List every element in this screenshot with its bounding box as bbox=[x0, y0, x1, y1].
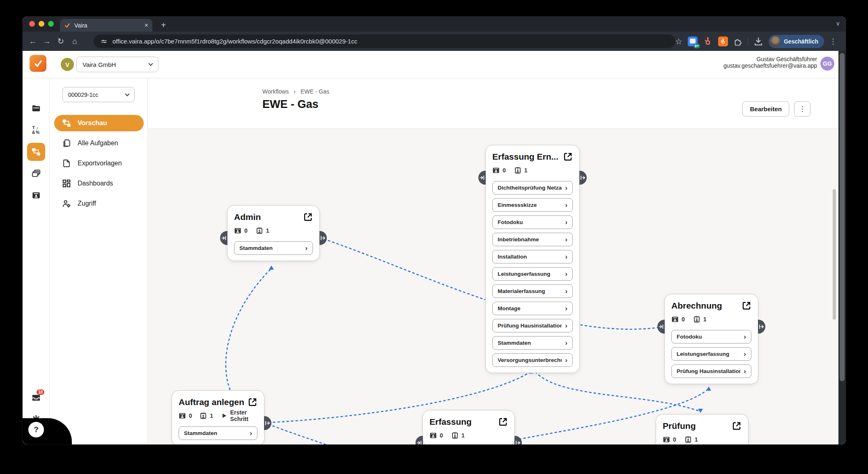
rail-item-inbox[interactable]: 10 bbox=[27, 389, 45, 407]
user-avatar[interactable]: GG bbox=[820, 57, 834, 71]
downloads-icon[interactable] bbox=[753, 37, 763, 46]
workflow-node-admin[interactable]: Admin01Stammdaten› bbox=[227, 205, 320, 261]
task-button[interactable]: Dichtheitsprüfung Netzanschl› bbox=[492, 181, 573, 195]
browser-window: Vaira × + ∨ ← → ↻ ⌂ office.vaira.app/o/c… bbox=[23, 16, 846, 444]
task-button[interactable]: Einmessskizze› bbox=[492, 198, 573, 212]
node-header: Auftrag anlegen bbox=[179, 397, 257, 407]
forward-button[interactable]: → bbox=[40, 37, 54, 46]
open-node-icon[interactable] bbox=[732, 421, 742, 431]
sidebar-item-vorschau[interactable]: Vorschau bbox=[54, 115, 144, 131]
assignee-badge-icon bbox=[200, 412, 207, 419]
open-node-icon[interactable] bbox=[498, 417, 508, 427]
workflow-node-erfassung[interactable]: Erfassung01 bbox=[423, 410, 515, 444]
maximize-window-button[interactable] bbox=[48, 21, 54, 27]
workflow-node-erfassung-erneuerung[interactable]: Erfassung Ern...01Dichtheitsprüfung Netz… bbox=[485, 145, 580, 373]
edge-auftrag-out-cut bbox=[264, 423, 354, 444]
handle-out-icon bbox=[514, 440, 521, 444]
node-title: Prüfung bbox=[663, 421, 696, 431]
rail-item-symbols[interactable] bbox=[27, 121, 45, 139]
edge-arrow-icon bbox=[706, 387, 711, 391]
task-button[interactable]: Leistungserfassung› bbox=[671, 347, 751, 361]
workflow-node-pruefung[interactable]: Prüfung01 bbox=[656, 414, 749, 444]
rail-item-folder[interactable] bbox=[27, 99, 45, 117]
open-node-icon[interactable] bbox=[742, 301, 751, 311]
task-button[interactable]: Prüfung Hausinstallation› bbox=[671, 364, 751, 378]
workflow-canvas[interactable]: Admin01Stammdaten›Erfassung Ern...01Dich… bbox=[148, 129, 838, 444]
icon-rail: 10 bbox=[23, 78, 50, 444]
browser-menu-kebab-icon[interactable]: ⋮ bbox=[829, 37, 837, 46]
close-tab-icon[interactable]: × bbox=[145, 22, 148, 29]
browser-tab[interactable]: Vaira × bbox=[60, 19, 152, 32]
reload-button[interactable]: ↻ bbox=[54, 37, 68, 46]
edit-button[interactable]: Bearbeiten bbox=[742, 101, 789, 117]
page-title: EWE - Gas bbox=[262, 98, 319, 111]
task-button[interactable]: Versorgungsunterbrechung› bbox=[492, 353, 573, 367]
browser-profile-button[interactable]: Geschäftlich bbox=[769, 35, 824, 48]
sidebar-item-alle-aufgaben[interactable]: Alle Aufgaben bbox=[54, 135, 144, 151]
node-title: Erfassung bbox=[429, 417, 472, 427]
task-label: Leistungserfassung bbox=[498, 271, 550, 277]
documents-badge-icon bbox=[671, 316, 679, 323]
breadcrumb: Workflows › EWE - Gas bbox=[262, 88, 329, 95]
task-button[interactable]: Prüfung Hausinstallation› bbox=[492, 319, 573, 332]
task-label: Fotodoku bbox=[677, 334, 702, 340]
task-button[interactable]: Montage› bbox=[492, 302, 573, 315]
node-task-list: Dichtheitsprüfung Netzanschl›Einmessskiz… bbox=[492, 181, 573, 367]
edge-arrow-icon bbox=[698, 409, 703, 413]
task-button[interactable]: Leistungserfassung› bbox=[492, 267, 573, 281]
node-header: Prüfung bbox=[663, 421, 742, 431]
canvas-scrollbar[interactable] bbox=[833, 189, 836, 320]
company-select[interactable]: Vaira GmbH bbox=[76, 57, 158, 72]
persongear-icon bbox=[62, 199, 71, 208]
tab-search-chevron-icon[interactable]: ∨ bbox=[836, 20, 840, 27]
contact-icon bbox=[32, 191, 41, 200]
back-button[interactable]: ← bbox=[26, 37, 40, 46]
close-window-button[interactable] bbox=[29, 21, 35, 27]
browser-scrollbar-thumb[interactable] bbox=[840, 53, 845, 381]
sidebar-item-dashboards[interactable]: Dashboards bbox=[54, 175, 144, 192]
extensions-puzzle-icon[interactable] bbox=[733, 37, 742, 46]
breadcrumb-workflows[interactable]: Workflows bbox=[262, 88, 289, 95]
workflow-node-auftrag-anlegen[interactable]: Auftrag anlegen01Erster SchrittStammdate… bbox=[172, 390, 264, 444]
task-label: Stammdaten bbox=[184, 430, 217, 436]
home-button[interactable]: ⌂ bbox=[68, 37, 82, 46]
task-button[interactable]: Installation› bbox=[492, 250, 573, 263]
workflow-node-abrechnung[interactable]: Abrechnung01Fotodoku›Leistungserfassung›… bbox=[664, 294, 758, 384]
task-button[interactable]: Materialerfassung› bbox=[492, 284, 573, 298]
hubspot-orange-icon[interactable] bbox=[718, 37, 728, 46]
handle-out-icon bbox=[579, 174, 586, 181]
new-tab-button[interactable]: + bbox=[158, 20, 169, 30]
sidebar-item-exportvorlagen[interactable]: Exportvorlagen bbox=[54, 155, 144, 172]
minimize-window-button[interactable] bbox=[39, 21, 44, 27]
chevron-right-icon: › bbox=[744, 367, 746, 376]
task-button[interactable]: Inbetriebnahme› bbox=[492, 233, 573, 246]
rail-item-flow[interactable] bbox=[27, 143, 45, 161]
handle-out-icon bbox=[758, 323, 765, 330]
site-settings-icon[interactable] bbox=[100, 38, 108, 45]
task-button[interactable]: Fotodoku› bbox=[492, 215, 573, 229]
task-button[interactable]: Stammdaten› bbox=[179, 426, 257, 440]
rail-item-layers[interactable] bbox=[27, 165, 45, 183]
open-node-icon[interactable] bbox=[248, 397, 257, 407]
bookmark-star-icon[interactable]: ☆ bbox=[675, 37, 682, 46]
help-button[interactable]: ? bbox=[28, 422, 44, 437]
node-header: Admin bbox=[234, 212, 313, 222]
file-icon bbox=[62, 159, 71, 168]
task-button[interactable]: Fotodoku› bbox=[671, 330, 751, 343]
chevron-right-icon: › bbox=[565, 236, 567, 244]
task-button[interactable]: Stammdaten› bbox=[492, 336, 573, 350]
task-label: Einmessskizze bbox=[498, 202, 537, 208]
page-kebab-button[interactable]: ⋮ bbox=[794, 101, 811, 117]
hubspot-sprocket-icon[interactable] bbox=[703, 37, 713, 46]
task-button[interactable]: Stammdaten› bbox=[234, 241, 313, 255]
url-bar[interactable]: office.vaira.app/o/c7be7mnm5f1rdro8tg2g/… bbox=[94, 34, 675, 48]
open-node-icon[interactable] bbox=[563, 152, 573, 162]
extension-blue-icon[interactable]: 9+ bbox=[688, 37, 698, 46]
project-select[interactable]: 000029-1cc bbox=[62, 87, 135, 102]
sidebar-item-zugriff[interactable]: Zugriff bbox=[54, 195, 144, 212]
node-meta: 01 bbox=[492, 166, 573, 175]
documents-count: 0 bbox=[682, 316, 685, 323]
rail-item-contact[interactable] bbox=[27, 186, 45, 204]
node-title: Auftrag anlegen bbox=[179, 397, 244, 407]
open-node-icon[interactable] bbox=[303, 212, 313, 222]
